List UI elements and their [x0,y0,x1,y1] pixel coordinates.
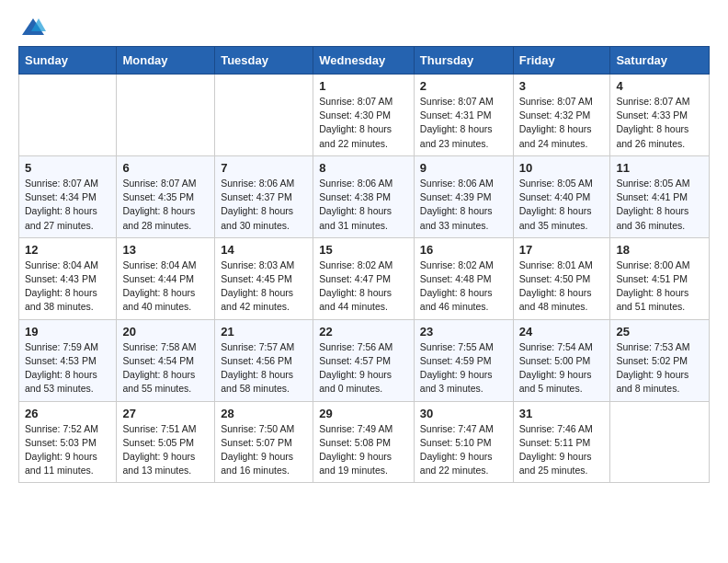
day-number: 15 [319,243,408,257]
day-number: 9 [420,161,507,175]
day-number: 24 [519,325,605,339]
calendar-cell: 11Sunrise: 8:05 AMSunset: 4:41 PMDayligh… [610,155,710,237]
day-info: Sunrise: 8:02 AMSunset: 4:48 PMDaylight:… [420,259,507,315]
day-info: Sunrise: 8:01 AMSunset: 4:50 PMDaylight:… [519,259,605,315]
calendar-cell [215,75,313,156]
day-number: 20 [122,325,209,339]
calendar-cell: 9Sunrise: 8:06 AMSunset: 4:39 PMDaylight… [414,155,513,237]
calendar-cell: 19Sunrise: 7:59 AMSunset: 4:53 PMDayligh… [19,319,117,401]
day-number: 10 [519,161,605,175]
day-number: 5 [25,161,110,175]
day-number: 30 [420,407,507,420]
day-number: 8 [319,161,408,175]
day-info: Sunrise: 7:49 AMSunset: 5:08 PMDaylight:… [319,422,408,478]
calendar-cell: 13Sunrise: 8:04 AMSunset: 4:44 PMDayligh… [117,237,215,319]
calendar-cell: 3Sunrise: 8:07 AMSunset: 4:32 PMDaylight… [513,75,610,156]
day-info: Sunrise: 8:07 AMSunset: 4:35 PMDaylight:… [122,177,209,233]
calendar-cell: 4Sunrise: 8:07 AMSunset: 4:33 PMDaylight… [610,75,710,156]
weekday-tuesday: Tuesday [215,47,313,75]
day-number: 14 [221,243,307,257]
day-info: Sunrise: 7:58 AMSunset: 4:54 PMDaylight:… [122,340,209,396]
day-number: 19 [25,325,110,339]
day-info: Sunrise: 7:53 AMSunset: 5:02 PMDaylight:… [616,340,703,396]
day-number: 11 [616,161,703,175]
day-number: 23 [420,325,507,339]
day-number: 3 [519,79,605,93]
day-info: Sunrise: 8:07 AMSunset: 4:33 PMDaylight:… [616,95,703,151]
calendar-cell: 20Sunrise: 7:58 AMSunset: 4:54 PMDayligh… [117,319,215,401]
weekday-monday: Monday [117,47,215,75]
calendar-cell: 28Sunrise: 7:50 AMSunset: 5:07 PMDayligh… [215,401,313,483]
day-number: 22 [319,325,408,339]
calendar-cell: 10Sunrise: 8:05 AMSunset: 4:40 PMDayligh… [513,155,610,237]
day-number: 28 [221,407,307,420]
day-info: Sunrise: 7:51 AMSunset: 5:05 PMDaylight:… [122,422,209,478]
day-info: Sunrise: 8:00 AMSunset: 4:51 PMDaylight:… [616,259,703,315]
day-info: Sunrise: 8:05 AMSunset: 4:40 PMDaylight:… [519,177,605,233]
day-info: Sunrise: 8:05 AMSunset: 4:41 PMDaylight:… [616,177,703,233]
calendar-cell: 30Sunrise: 7:47 AMSunset: 5:10 PMDayligh… [414,401,513,483]
day-info: Sunrise: 8:07 AMSunset: 4:34 PMDaylight:… [25,177,110,233]
day-number: 16 [420,243,507,257]
calendar-cell: 1Sunrise: 8:07 AMSunset: 4:30 PMDaylight… [313,75,415,156]
week-row-2: 5Sunrise: 8:07 AMSunset: 4:34 PMDaylight… [19,155,710,237]
day-number: 29 [319,407,408,420]
calendar-cell: 23Sunrise: 7:55 AMSunset: 4:59 PMDayligh… [414,319,513,401]
calendar-cell: 12Sunrise: 8:04 AMSunset: 4:43 PMDayligh… [19,237,117,319]
week-row-4: 19Sunrise: 7:59 AMSunset: 4:53 PMDayligh… [19,319,710,401]
day-info: Sunrise: 7:59 AMSunset: 4:53 PMDaylight:… [25,340,110,396]
calendar-cell: 24Sunrise: 7:54 AMSunset: 5:00 PMDayligh… [513,319,610,401]
day-info: Sunrise: 7:50 AMSunset: 5:07 PMDaylight:… [221,422,307,478]
day-info: Sunrise: 7:57 AMSunset: 4:56 PMDaylight:… [221,340,307,396]
calendar-cell [19,75,117,156]
week-row-3: 12Sunrise: 8:04 AMSunset: 4:43 PMDayligh… [19,237,710,319]
day-info: Sunrise: 8:03 AMSunset: 4:45 PMDaylight:… [221,259,307,315]
weekday-thursday: Thursday [414,47,513,75]
calendar-cell: 17Sunrise: 8:01 AMSunset: 4:50 PMDayligh… [513,237,610,319]
calendar-cell: 22Sunrise: 7:56 AMSunset: 4:57 PMDayligh… [313,319,415,401]
calendar-cell: 18Sunrise: 8:00 AMSunset: 4:51 PMDayligh… [610,237,710,319]
calendar-cell: 25Sunrise: 7:53 AMSunset: 5:02 PMDayligh… [610,319,710,401]
day-number: 2 [420,79,507,93]
day-number: 25 [616,325,703,339]
calendar-cell: 7Sunrise: 8:06 AMSunset: 4:37 PMDaylight… [215,155,313,237]
day-info: Sunrise: 8:02 AMSunset: 4:47 PMDaylight:… [319,259,408,315]
day-info: Sunrise: 7:56 AMSunset: 4:57 PMDaylight:… [319,340,408,396]
logo [18,15,46,37]
day-number: 7 [221,161,307,175]
day-number: 4 [616,79,703,93]
day-info: Sunrise: 7:46 AMSunset: 5:11 PMDaylight:… [519,422,605,478]
calendar-cell: 15Sunrise: 8:02 AMSunset: 4:47 PMDayligh… [313,237,415,319]
day-number: 27 [122,407,209,420]
calendar-cell: 14Sunrise: 8:03 AMSunset: 4:45 PMDayligh… [215,237,313,319]
day-number: 18 [616,243,703,257]
day-number: 13 [122,243,209,257]
day-info: Sunrise: 8:06 AMSunset: 4:38 PMDaylight:… [319,177,408,233]
calendar-cell: 5Sunrise: 8:07 AMSunset: 4:34 PMDaylight… [19,155,117,237]
weekday-header-row: SundayMondayTuesdayWednesdayThursdayFrid… [19,47,710,75]
calendar-cell: 2Sunrise: 8:07 AMSunset: 4:31 PMDaylight… [414,75,513,156]
day-info: Sunrise: 8:04 AMSunset: 4:43 PMDaylight:… [25,259,110,315]
day-info: Sunrise: 8:07 AMSunset: 4:31 PMDaylight:… [420,95,507,151]
day-number: 26 [25,407,110,420]
calendar-cell: 6Sunrise: 8:07 AMSunset: 4:35 PMDaylight… [117,155,215,237]
calendar-cell: 21Sunrise: 7:57 AMSunset: 4:56 PMDayligh… [215,319,313,401]
weekday-sunday: Sunday [19,47,117,75]
calendar-cell: 27Sunrise: 7:51 AMSunset: 5:05 PMDayligh… [117,401,215,483]
day-number: 31 [519,407,605,420]
day-number: 6 [122,161,209,175]
day-info: Sunrise: 7:54 AMSunset: 5:00 PMDaylight:… [519,340,605,396]
calendar-cell [610,401,710,483]
day-info: Sunrise: 8:07 AMSunset: 4:32 PMDaylight:… [519,95,605,151]
day-number: 1 [319,79,408,93]
calendar-cell: 26Sunrise: 7:52 AMSunset: 5:03 PMDayligh… [19,401,117,483]
calendar-cell: 31Sunrise: 7:46 AMSunset: 5:11 PMDayligh… [513,401,610,483]
day-info: Sunrise: 8:07 AMSunset: 4:30 PMDaylight:… [319,95,408,151]
header [18,15,710,37]
day-number: 12 [25,243,110,257]
day-info: Sunrise: 7:47 AMSunset: 5:10 PMDaylight:… [420,422,507,478]
weekday-saturday: Saturday [610,47,710,75]
page: SundayMondayTuesdayWednesdayThursdayFrid… [0,0,728,498]
week-row-5: 26Sunrise: 7:52 AMSunset: 5:03 PMDayligh… [19,401,710,483]
day-info: Sunrise: 8:06 AMSunset: 4:39 PMDaylight:… [420,177,507,233]
